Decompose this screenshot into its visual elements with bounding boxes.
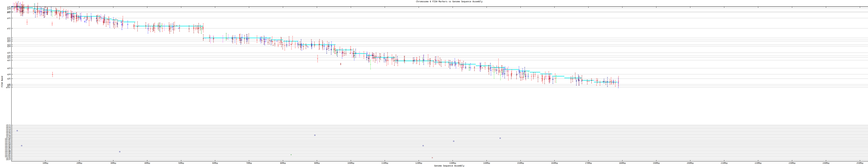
- band-tick-label: p21: [7, 17, 10, 19]
- data-point-lanl: [370, 64, 371, 65]
- data-point-ucsf: [201, 28, 202, 29]
- x-tick-label: 60Mbp: [212, 162, 218, 164]
- band-tick-label: p24: [7, 8, 10, 10]
- x-tick-label: 80Mbp: [280, 162, 286, 164]
- x-tick-label: 150Mbp: [517, 162, 524, 164]
- x-tick-labels: 10Mbp20Mbp30Mbp40Mbp50Mbp60Mbp70Mbp80Mbp…: [42, 162, 864, 164]
- band-tick-label: q15: [7, 52, 10, 54]
- data-point-sc: [432, 157, 433, 158]
- band-tick-labels: p25p24p23p22p21p12p11q11q12q13q14q15q16q…: [6, 6, 11, 88]
- chart-canvas: Chromosome 6 FISH Markers vs Genome Sequ…: [0, 0, 868, 167]
- data-point-fhcrc: [121, 22, 122, 23]
- band-tick-label: q14: [7, 45, 10, 48]
- data-point-sc: [84, 17, 85, 18]
- band-tick-label: q24: [7, 73, 10, 76]
- x-tick-label: 100Mbp: [347, 162, 354, 164]
- band-tick-label: qter: [6, 86, 11, 88]
- data-point-sc: [588, 81, 589, 82]
- band-tick-label: p12: [7, 27, 10, 30]
- data-point-fhcrc: [314, 135, 315, 136]
- data-point-csmc: [383, 55, 384, 56]
- data-point-nci: [307, 47, 308, 47]
- gridlines: [11, 7, 868, 160]
- data-point-fhcrc: [500, 138, 501, 139]
- x-tick-label: 230Mbp: [789, 162, 796, 164]
- x-tick-label: 10Mbp: [42, 162, 48, 164]
- data-point-fhcrc: [119, 151, 120, 152]
- x-tick-label: 210Mbp: [721, 162, 728, 164]
- band-tick-label: q23: [7, 67, 10, 69]
- x-tick-label: 250Mbp: [857, 162, 864, 164]
- axis-ticks: [11, 7, 868, 161]
- data-point-sc: [306, 46, 307, 47]
- data-point-lanl: [528, 74, 529, 75]
- band-tick-label: q21: [7, 57, 10, 59]
- outlier-points: [27, 20, 499, 79]
- data-point-fhcrc: [17, 130, 18, 131]
- data-point-sc: [533, 76, 534, 77]
- x-tick-label: 20Mbp: [76, 162, 82, 164]
- x-tick-label: 130Mbp: [449, 162, 456, 164]
- data-point-ucsf: [523, 73, 524, 74]
- data-point-sc: [37, 10, 38, 11]
- data-point-sc: [273, 45, 274, 46]
- x-tick-label: 190Mbp: [653, 162, 660, 164]
- x-tick-label: 160Mbp: [551, 162, 558, 164]
- band-tick-label: q22: [7, 59, 10, 61]
- data-point-rpci: [594, 80, 595, 81]
- data-point-ucsf: [503, 71, 504, 72]
- x-tick-label: 50Mbp: [178, 162, 184, 164]
- x-tick-label: 110Mbp: [381, 162, 389, 164]
- data-point-sc: [84, 18, 85, 19]
- x-tick-label: 70Mbp: [246, 162, 252, 164]
- x-tick-label: 240Mbp: [823, 162, 830, 164]
- data-point-lanl: [500, 75, 501, 76]
- plot-area: 10Mbp20Mbp30Mbp40Mbp50Mbp60Mbp70Mbp80Mbp…: [0, 0, 868, 167]
- data-point-fhcrc: [453, 141, 454, 142]
- data-point-csmc: [414, 59, 415, 60]
- x-tick-label: 120Mbp: [415, 162, 422, 164]
- band-tick-label: p22: [7, 11, 10, 13]
- x-tick-label: 220Mbp: [755, 162, 762, 164]
- data-point-csmc: [227, 38, 228, 39]
- data-point-nci: [277, 41, 277, 41]
- x-tick-label: 90Mbp: [314, 162, 320, 164]
- data-point-ucsf: [469, 67, 470, 68]
- data-point-nci: [178, 28, 179, 29]
- data-point-ucsf: [333, 49, 334, 50]
- data-point-fhcrc: [21, 145, 22, 146]
- chromosome-tick-labels: chr1chr2chr3chr4chr5chr6chr7chr8chr9chr1…: [5, 124, 10, 161]
- data-point-fhcrc: [423, 145, 424, 146]
- x-tick-label: 170Mbp: [585, 162, 592, 164]
- other-chromosome-hits: [17, 130, 501, 158]
- data-point-ucsf: [290, 154, 292, 155]
- x-tick-label: 40Mbp: [144, 162, 150, 164]
- data-point-lanl: [494, 72, 495, 73]
- x-tick-label: 200Mbp: [687, 162, 694, 164]
- x-tick-label: 140Mbp: [483, 162, 490, 164]
- band-tick-label: q25: [7, 78, 10, 80]
- data-point-lanl: [52, 12, 53, 13]
- data-point-lanl: [556, 77, 557, 79]
- chromosome-tick-label: chrY: [6, 159, 11, 161]
- x-tick-label: 180Mbp: [619, 162, 626, 164]
- data-point-csmc: [48, 11, 49, 12]
- x-tick-label: 30Mbp: [111, 162, 116, 164]
- plot-border: [11, 7, 868, 161]
- data-point-lanl: [484, 66, 485, 67]
- band-tick-label: q12: [7, 40, 10, 43]
